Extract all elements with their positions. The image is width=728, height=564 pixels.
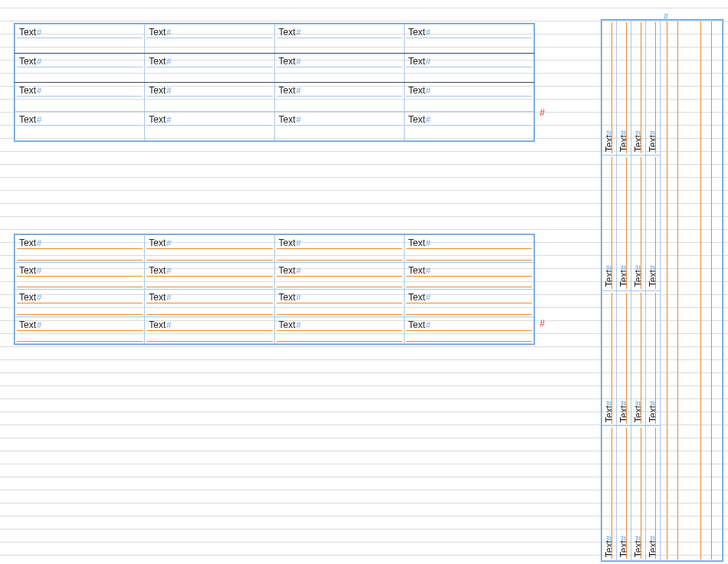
overset-indicator: #	[539, 318, 545, 329]
table-cell[interactable]: Text#	[617, 21, 631, 156]
table-cell[interactable]: Text#	[602, 156, 617, 290]
table-cell[interactable]: Text#	[15, 25, 145, 54]
table-cell[interactable]: Text#	[404, 235, 533, 263]
table-cell[interactable]: Text#	[15, 262, 145, 290]
table-cell[interactable]: Text#	[646, 156, 661, 290]
table-cell[interactable]: Text#	[404, 54, 533, 83]
table-cell[interactable]: Text#	[15, 316, 145, 344]
table-2[interactable]: Text# Text# Text# Text# Text# Text# Text…	[14, 234, 535, 345]
table-cell[interactable]: Text#	[274, 25, 404, 54]
table-cell[interactable]: Text#	[274, 235, 404, 263]
table-3-rotated[interactable]: Text# Text# Text# Text# Text# Text# Text…	[601, 19, 723, 562]
table-cell[interactable]: Text#	[646, 21, 661, 156]
table-cell[interactable]: Text#	[274, 262, 404, 290]
table-cell[interactable]: Text#	[646, 290, 661, 425]
table-cell[interactable]: Text#	[631, 425, 646, 560]
table-cell[interactable]: Text#	[145, 316, 274, 344]
table-cell[interactable]: Text#	[404, 112, 533, 141]
table-cell[interactable]: Text#	[145, 54, 274, 83]
table-cell[interactable]: Text#	[145, 235, 274, 263]
table-cell[interactable]: Text#	[602, 21, 617, 156]
table-cell[interactable]: Text#	[404, 316, 533, 344]
table-cell[interactable]: Text#	[15, 112, 145, 141]
table-cell[interactable]: Text#	[145, 262, 274, 290]
table-cell[interactable]: Text#	[274, 54, 404, 83]
table-cell[interactable]: Text#	[274, 316, 404, 344]
table-cell[interactable]: Text#	[617, 156, 631, 290]
table-cell[interactable]: Text#	[602, 290, 617, 425]
table-cell[interactable]: Text#	[631, 290, 646, 425]
table-cell[interactable]: Text#	[404, 290, 533, 317]
table-cell[interactable]: Text#	[145, 25, 274, 54]
table-cell[interactable]: Text#	[15, 54, 145, 83]
table-cell[interactable]: Text#	[631, 21, 646, 156]
table-cell[interactable]: Text#	[646, 425, 661, 560]
table-cell[interactable]: Text#	[145, 290, 274, 317]
table-cell[interactable]: Text#	[602, 425, 617, 560]
table-cell[interactable]: Text#	[274, 83, 404, 112]
table-cell[interactable]: Text#	[15, 290, 145, 317]
table-1[interactable]: Text# Text# Text# Text# Text# Text# Text…	[14, 23, 535, 142]
table-cell[interactable]: Text#	[145, 83, 274, 112]
table-cell[interactable]: Text#	[274, 112, 404, 141]
table-cell[interactable]: Text#	[631, 156, 646, 290]
table-cell[interactable]: Text#	[404, 83, 533, 112]
table-cell[interactable]: Text#	[617, 425, 631, 560]
overset-indicator: #	[539, 107, 545, 118]
table-cell[interactable]: Text#	[617, 290, 631, 425]
table-cell[interactable]: Text#	[274, 290, 404, 317]
table-extra-column[interactable]	[661, 21, 723, 561]
table-cell[interactable]: Text#	[404, 262, 533, 290]
table-cell[interactable]: Text#	[15, 235, 145, 263]
table-cell[interactable]: Text#	[145, 112, 274, 141]
table-cell[interactable]: Text#	[15, 83, 145, 112]
table-cell[interactable]: Text#	[404, 25, 533, 54]
